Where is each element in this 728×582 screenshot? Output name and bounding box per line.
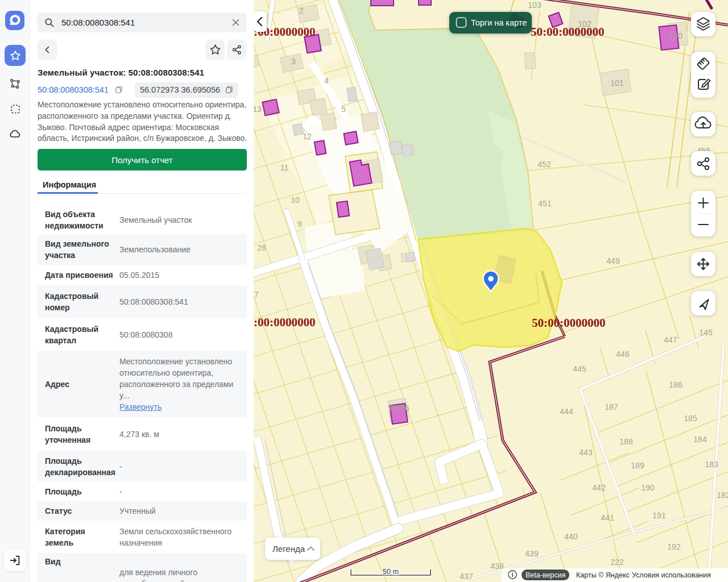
svg-text:2: 2 — [299, 6, 304, 15]
svg-text:452: 452 — [537, 160, 551, 169]
svg-text:102: 102 — [578, 19, 592, 28]
svg-text:50:00:0000000: 50:00:0000000 — [532, 316, 606, 330]
svg-text:192: 192 — [667, 542, 681, 551]
svg-text:187: 187 — [605, 402, 618, 411]
svg-text:50:00:0000000: 50:00:0000000 — [531, 25, 605, 39]
svg-text:101: 101 — [610, 78, 624, 88]
svg-text:188: 188 — [619, 437, 633, 446]
svg-text:Легенда: Легенда — [272, 544, 305, 554]
svg-text:11: 11 — [280, 163, 289, 172]
svg-text:449: 449 — [606, 256, 620, 265]
svg-text:Торги на карте: Торги на карте — [471, 18, 527, 27]
svg-text:145: 145 — [699, 328, 713, 337]
svg-text:191: 191 — [652, 511, 666, 520]
svg-text:13: 13 — [253, 105, 262, 114]
svg-text:182: 182 — [717, 490, 728, 500]
svg-text:446: 446 — [616, 350, 630, 359]
svg-text:85/86: 85/86 — [389, 404, 409, 413]
svg-text:441: 441 — [601, 513, 614, 522]
svg-text:190: 190 — [641, 483, 655, 492]
svg-text:10: 10 — [291, 196, 300, 205]
svg-text:222: 222 — [610, 558, 624, 567]
svg-text:12: 12 — [303, 132, 312, 141]
svg-text:4: 4 — [324, 76, 329, 85]
svg-text:447: 447 — [664, 335, 677, 344]
svg-text:Карты © Яндекс: Карты © Яндекс — [576, 571, 630, 579]
svg-text:5: 5 — [341, 105, 346, 114]
svg-text:185: 185 — [684, 414, 697, 423]
svg-text:184: 184 — [693, 435, 707, 444]
svg-text:451: 451 — [538, 199, 552, 208]
svg-text:50 m: 50 m — [383, 568, 399, 576]
svg-text:186: 186 — [669, 380, 682, 389]
svg-text:443: 443 — [579, 448, 593, 457]
svg-text:445: 445 — [573, 364, 586, 373]
svg-text:439: 439 — [525, 549, 539, 558]
svg-text:i: i — [512, 571, 514, 578]
svg-text:440: 440 — [564, 532, 578, 541]
svg-text:Условия использования: Условия использования — [632, 571, 711, 579]
svg-text:437: 437 — [460, 572, 473, 581]
svg-text:28: 28 — [257, 243, 266, 252]
svg-text:444: 444 — [560, 407, 573, 416]
svg-text:Beta-версия: Beta-версия — [526, 571, 565, 579]
svg-text:183: 183 — [705, 460, 718, 469]
svg-text:189: 189 — [631, 461, 644, 470]
svg-text:103: 103 — [528, 1, 541, 10]
svg-text:100: 100 — [669, 31, 682, 40]
svg-text:9: 9 — [297, 219, 302, 228]
svg-text:3: 3 — [291, 57, 296, 66]
svg-text:442: 442 — [592, 483, 606, 492]
